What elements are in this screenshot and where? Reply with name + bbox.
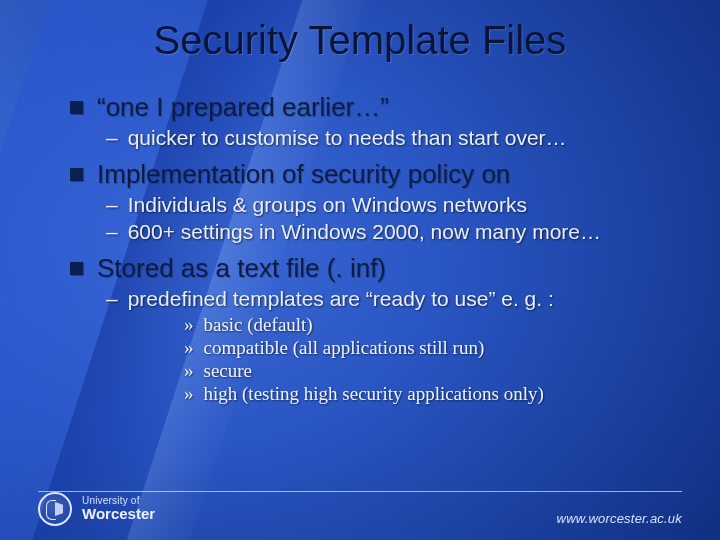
raquo-bullet-icon: »: [184, 360, 194, 382]
logo-maintext: Worcester: [82, 506, 155, 522]
slide-content: “one I prepared earlier…” – quicker to c…: [70, 92, 690, 413]
slide-footer: University of Worcester www.worcester.ac…: [38, 492, 682, 526]
sub-sub-bullet-text: secure: [204, 360, 253, 382]
sub-sub-bullet-list: » basic (default) » compatible (all appl…: [184, 314, 690, 405]
sub-bullet-item: – Individuals & groups on Windows networ…: [106, 192, 690, 245]
sub-bullet-item: – predefined templates are “ready to use…: [106, 286, 690, 405]
bullet-text: Stored as a text file (. inf): [97, 253, 386, 284]
sub-sub-bullet-item: » high (testing high security applicatio…: [184, 383, 690, 405]
sub-sub-bullet-text: basic (default): [204, 314, 313, 336]
sub-bullet-text: 600+ settings in Windows 2000, now many …: [128, 219, 601, 245]
slide: Security Template Files “one I prepared …: [0, 0, 720, 540]
sub-bullet-item: – quicker to customise to needs than sta…: [106, 125, 690, 151]
sub-sub-bullet-item: » basic (default): [184, 314, 690, 336]
dash-bullet-icon: –: [106, 192, 118, 218]
dash-bullet-icon: –: [106, 219, 118, 245]
bullet-item: Implementation of security policy on – I…: [70, 159, 690, 245]
sub-sub-bullet-item: » compatible (all applications still run…: [184, 337, 690, 359]
sub-sub-bullet-item: » secure: [184, 360, 690, 382]
square-bullet-icon: [70, 101, 83, 114]
slide-title: Security Template Files: [0, 18, 720, 63]
sub-sub-bullet-text: compatible (all applications still run): [204, 337, 485, 359]
square-bullet-icon: [70, 168, 83, 181]
bullet-text: Implementation of security policy on: [97, 159, 510, 190]
square-bullet-icon: [70, 262, 83, 275]
sub-bullet-text: Individuals & groups on Windows networks: [128, 192, 527, 218]
sub-sub-bullet-text: high (testing high security applications…: [204, 383, 544, 405]
bullet-item: Stored as a text file (. inf) – predefin…: [70, 253, 690, 405]
bullet-text: “one I prepared earlier…”: [97, 92, 389, 123]
raquo-bullet-icon: »: [184, 337, 194, 359]
footer-url: www.worcester.ac.uk: [557, 511, 682, 526]
raquo-bullet-icon: »: [184, 314, 194, 336]
university-logo: University of Worcester: [38, 492, 155, 526]
raquo-bullet-icon: »: [184, 383, 194, 405]
dash-bullet-icon: –: [106, 125, 118, 151]
crest-icon: [38, 492, 72, 526]
sub-bullet-text: predefined templates are “ready to use” …: [128, 286, 554, 312]
sub-bullet-text: quicker to customise to needs than start…: [128, 125, 567, 151]
bullet-item: “one I prepared earlier…” – quicker to c…: [70, 92, 690, 151]
dash-bullet-icon: –: [106, 286, 118, 312]
